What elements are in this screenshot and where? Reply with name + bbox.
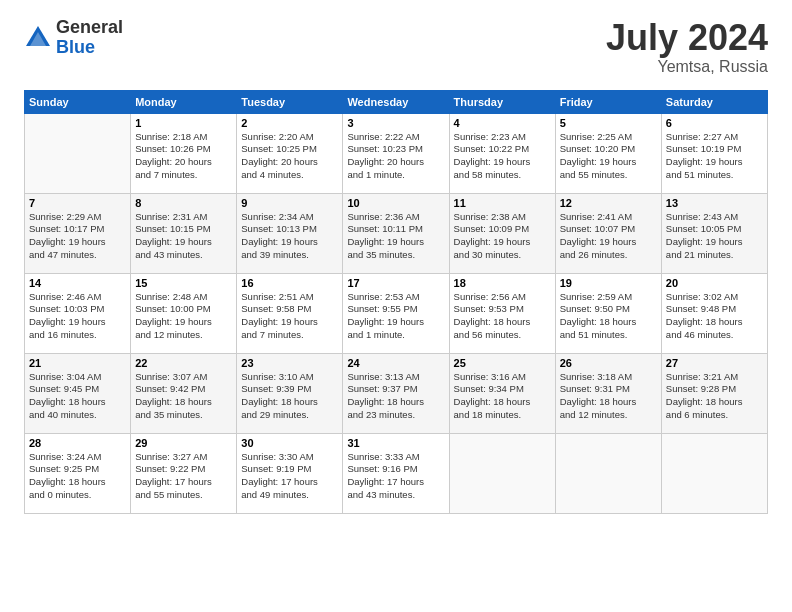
day-number-5: 5 — [560, 117, 657, 129]
day-info-30: Sunrise: 3:30 AM Sunset: 9:19 PM Dayligh… — [241, 451, 338, 502]
day-info-27: Sunrise: 3:21 AM Sunset: 9:28 PM Dayligh… — [666, 371, 763, 422]
day-number-23: 23 — [241, 357, 338, 369]
day-info-28: Sunrise: 3:24 AM Sunset: 9:25 PM Dayligh… — [29, 451, 126, 502]
day-info-15: Sunrise: 2:48 AM Sunset: 10:00 PM Daylig… — [135, 291, 232, 342]
month-year-title: July 2024 — [606, 18, 768, 58]
cell-3-5: 26Sunrise: 3:18 AM Sunset: 9:31 PM Dayli… — [555, 353, 661, 433]
day-number-20: 20 — [666, 277, 763, 289]
day-info-25: Sunrise: 3:16 AM Sunset: 9:34 PM Dayligh… — [454, 371, 551, 422]
day-number-9: 9 — [241, 197, 338, 209]
cell-0-4: 4Sunrise: 2:23 AM Sunset: 10:22 PM Dayli… — [449, 113, 555, 193]
cell-1-2: 9Sunrise: 2:34 AM Sunset: 10:13 PM Dayli… — [237, 193, 343, 273]
day-number-24: 24 — [347, 357, 444, 369]
day-number-4: 4 — [454, 117, 551, 129]
week-row-1: 1Sunrise: 2:18 AM Sunset: 10:26 PM Dayli… — [25, 113, 768, 193]
day-info-13: Sunrise: 2:43 AM Sunset: 10:05 PM Daylig… — [666, 211, 763, 262]
header-monday: Monday — [131, 90, 237, 113]
logo-icon — [24, 24, 52, 52]
day-info-22: Sunrise: 3:07 AM Sunset: 9:42 PM Dayligh… — [135, 371, 232, 422]
day-info-11: Sunrise: 2:38 AM Sunset: 10:09 PM Daylig… — [454, 211, 551, 262]
cell-2-5: 19Sunrise: 2:59 AM Sunset: 9:50 PM Dayli… — [555, 273, 661, 353]
calendar-table: Sunday Monday Tuesday Wednesday Thursday… — [24, 90, 768, 514]
day-number-6: 6 — [666, 117, 763, 129]
cell-2-4: 18Sunrise: 2:56 AM Sunset: 9:53 PM Dayli… — [449, 273, 555, 353]
day-info-14: Sunrise: 2:46 AM Sunset: 10:03 PM Daylig… — [29, 291, 126, 342]
day-number-19: 19 — [560, 277, 657, 289]
day-number-18: 18 — [454, 277, 551, 289]
day-number-12: 12 — [560, 197, 657, 209]
cell-3-6: 27Sunrise: 3:21 AM Sunset: 9:28 PM Dayli… — [661, 353, 767, 433]
day-number-26: 26 — [560, 357, 657, 369]
day-info-29: Sunrise: 3:27 AM Sunset: 9:22 PM Dayligh… — [135, 451, 232, 502]
day-info-10: Sunrise: 2:36 AM Sunset: 10:11 PM Daylig… — [347, 211, 444, 262]
day-info-2: Sunrise: 2:20 AM Sunset: 10:25 PM Daylig… — [241, 131, 338, 182]
cell-1-5: 12Sunrise: 2:41 AM Sunset: 10:07 PM Dayl… — [555, 193, 661, 273]
day-info-26: Sunrise: 3:18 AM Sunset: 9:31 PM Dayligh… — [560, 371, 657, 422]
week-row-4: 21Sunrise: 3:04 AM Sunset: 9:45 PM Dayli… — [25, 353, 768, 433]
cell-2-2: 16Sunrise: 2:51 AM Sunset: 9:58 PM Dayli… — [237, 273, 343, 353]
cell-0-3: 3Sunrise: 2:22 AM Sunset: 10:23 PM Dayli… — [343, 113, 449, 193]
day-number-16: 16 — [241, 277, 338, 289]
cell-1-1: 8Sunrise: 2:31 AM Sunset: 10:15 PM Dayli… — [131, 193, 237, 273]
day-info-23: Sunrise: 3:10 AM Sunset: 9:39 PM Dayligh… — [241, 371, 338, 422]
day-number-30: 30 — [241, 437, 338, 449]
day-info-21: Sunrise: 3:04 AM Sunset: 9:45 PM Dayligh… — [29, 371, 126, 422]
location-subtitle: Yemtsa, Russia — [606, 58, 768, 76]
day-info-31: Sunrise: 3:33 AM Sunset: 9:16 PM Dayligh… — [347, 451, 444, 502]
day-info-5: Sunrise: 2:25 AM Sunset: 10:20 PM Daylig… — [560, 131, 657, 182]
cell-4-4 — [449, 433, 555, 513]
day-number-13: 13 — [666, 197, 763, 209]
day-info-24: Sunrise: 3:13 AM Sunset: 9:37 PM Dayligh… — [347, 371, 444, 422]
week-row-3: 14Sunrise: 2:46 AM Sunset: 10:03 PM Dayl… — [25, 273, 768, 353]
cell-2-6: 20Sunrise: 3:02 AM Sunset: 9:48 PM Dayli… — [661, 273, 767, 353]
day-info-8: Sunrise: 2:31 AM Sunset: 10:15 PM Daylig… — [135, 211, 232, 262]
day-number-14: 14 — [29, 277, 126, 289]
day-number-29: 29 — [135, 437, 232, 449]
day-number-10: 10 — [347, 197, 444, 209]
header-friday: Friday — [555, 90, 661, 113]
day-number-7: 7 — [29, 197, 126, 209]
cell-4-1: 29Sunrise: 3:27 AM Sunset: 9:22 PM Dayli… — [131, 433, 237, 513]
cell-1-3: 10Sunrise: 2:36 AM Sunset: 10:11 PM Dayl… — [343, 193, 449, 273]
cell-2-1: 15Sunrise: 2:48 AM Sunset: 10:00 PM Dayl… — [131, 273, 237, 353]
day-info-17: Sunrise: 2:53 AM Sunset: 9:55 PM Dayligh… — [347, 291, 444, 342]
header-tuesday: Tuesday — [237, 90, 343, 113]
title-block: July 2024 Yemtsa, Russia — [606, 18, 768, 76]
cell-1-6: 13Sunrise: 2:43 AM Sunset: 10:05 PM Dayl… — [661, 193, 767, 273]
week-row-5: 28Sunrise: 3:24 AM Sunset: 9:25 PM Dayli… — [25, 433, 768, 513]
logo: General Blue — [24, 18, 123, 58]
cell-0-0 — [25, 113, 131, 193]
cell-1-0: 7Sunrise: 2:29 AM Sunset: 10:17 PM Dayli… — [25, 193, 131, 273]
day-info-1: Sunrise: 2:18 AM Sunset: 10:26 PM Daylig… — [135, 131, 232, 182]
day-info-18: Sunrise: 2:56 AM Sunset: 9:53 PM Dayligh… — [454, 291, 551, 342]
day-number-11: 11 — [454, 197, 551, 209]
day-info-4: Sunrise: 2:23 AM Sunset: 10:22 PM Daylig… — [454, 131, 551, 182]
cell-4-0: 28Sunrise: 3:24 AM Sunset: 9:25 PM Dayli… — [25, 433, 131, 513]
day-number-3: 3 — [347, 117, 444, 129]
cell-3-3: 24Sunrise: 3:13 AM Sunset: 9:37 PM Dayli… — [343, 353, 449, 433]
day-info-12: Sunrise: 2:41 AM Sunset: 10:07 PM Daylig… — [560, 211, 657, 262]
day-info-19: Sunrise: 2:59 AM Sunset: 9:50 PM Dayligh… — [560, 291, 657, 342]
day-info-20: Sunrise: 3:02 AM Sunset: 9:48 PM Dayligh… — [666, 291, 763, 342]
cell-0-5: 5Sunrise: 2:25 AM Sunset: 10:20 PM Dayli… — [555, 113, 661, 193]
day-info-6: Sunrise: 2:27 AM Sunset: 10:19 PM Daylig… — [666, 131, 763, 182]
day-number-2: 2 — [241, 117, 338, 129]
header-thursday: Thursday — [449, 90, 555, 113]
day-info-3: Sunrise: 2:22 AM Sunset: 10:23 PM Daylig… — [347, 131, 444, 182]
header: General Blue July 2024 Yemtsa, Russia — [24, 18, 768, 76]
cell-4-2: 30Sunrise: 3:30 AM Sunset: 9:19 PM Dayli… — [237, 433, 343, 513]
logo-text: General Blue — [56, 18, 123, 58]
cell-4-3: 31Sunrise: 3:33 AM Sunset: 9:16 PM Dayli… — [343, 433, 449, 513]
day-number-28: 28 — [29, 437, 126, 449]
day-number-31: 31 — [347, 437, 444, 449]
week-row-2: 7Sunrise: 2:29 AM Sunset: 10:17 PM Dayli… — [25, 193, 768, 273]
day-number-17: 17 — [347, 277, 444, 289]
page-container: General Blue July 2024 Yemtsa, Russia Su… — [0, 0, 792, 526]
cell-1-4: 11Sunrise: 2:38 AM Sunset: 10:09 PM Dayl… — [449, 193, 555, 273]
header-row: Sunday Monday Tuesday Wednesday Thursday… — [25, 90, 768, 113]
day-number-21: 21 — [29, 357, 126, 369]
calendar-header: Sunday Monday Tuesday Wednesday Thursday… — [25, 90, 768, 113]
day-number-1: 1 — [135, 117, 232, 129]
cell-0-2: 2Sunrise: 2:20 AM Sunset: 10:25 PM Dayli… — [237, 113, 343, 193]
header-sunday: Sunday — [25, 90, 131, 113]
